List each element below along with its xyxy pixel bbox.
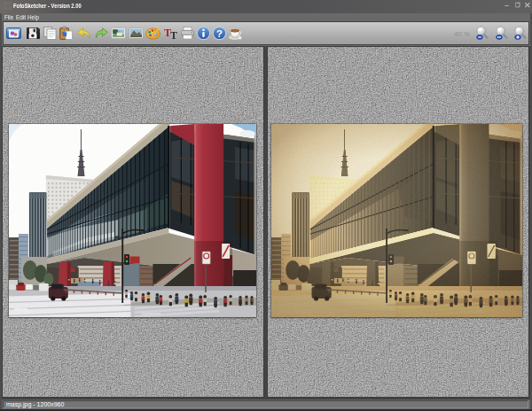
svg-text:?: ? [216, 28, 223, 39]
svg-text:T: T [170, 29, 177, 41]
